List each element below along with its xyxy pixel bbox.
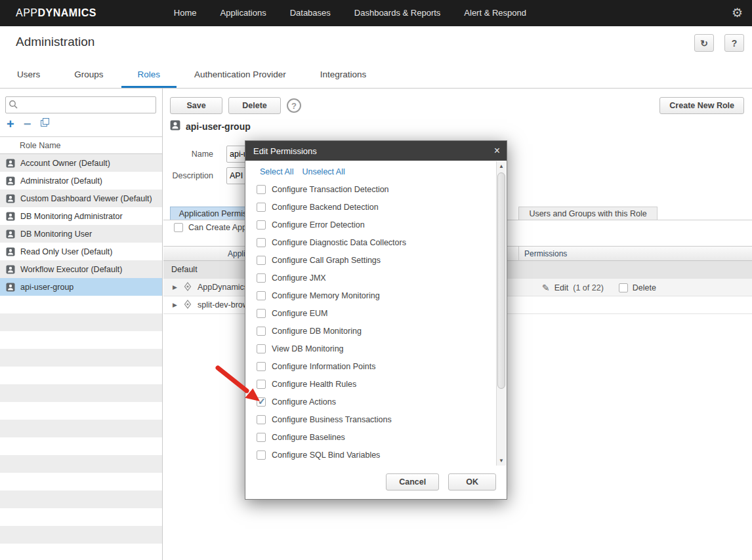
scrollbar-thumb[interactable] bbox=[497, 172, 505, 389]
delete-button[interactable]: Delete bbox=[228, 97, 281, 114]
role-badge-icon bbox=[6, 176, 15, 186]
permission-row: Configure Call Graph Settings bbox=[257, 251, 490, 269]
permission-checkbox[interactable] bbox=[257, 291, 266, 300]
permission-checkbox[interactable] bbox=[257, 309, 266, 318]
create-new-role-button[interactable]: Create New Role bbox=[659, 97, 744, 114]
nav-item-databases[interactable]: Databases bbox=[278, 0, 343, 26]
permission-checkbox[interactable] bbox=[257, 256, 266, 265]
role-badge-icon bbox=[6, 230, 15, 239]
can-create-checkbox[interactable] bbox=[174, 223, 183, 232]
permission-label: Configure JMX bbox=[272, 273, 326, 283]
scroll-down-icon[interactable]: ▼ bbox=[497, 456, 506, 466]
save-button[interactable]: Save bbox=[170, 97, 222, 114]
list-item[interactable]: DB Monitoring User bbox=[0, 225, 162, 243]
roles-sidebar: + − Role Name Account Owner (Default) Ad… bbox=[0, 89, 163, 560]
duplicate-role-icon[interactable] bbox=[40, 117, 50, 130]
list-item[interactable]: Custom Dashboard Viewer (Default) bbox=[0, 190, 162, 207]
scrollbar[interactable]: ▲ ▼ bbox=[496, 161, 506, 466]
permission-checkbox[interactable] bbox=[257, 327, 266, 336]
permission-label: Configure Health Rules bbox=[272, 380, 356, 389]
role-badge-icon bbox=[6, 212, 15, 221]
search-input[interactable] bbox=[5, 96, 156, 113]
nav-item-home[interactable]: Home bbox=[162, 0, 209, 26]
context-help-icon[interactable]: ? bbox=[287, 98, 301, 113]
list-item[interactable]: Workflow Executor (Default) bbox=[0, 260, 162, 278]
tab-authentication-provider[interactable]: Authentication Provider bbox=[178, 63, 303, 88]
help-button[interactable]: ? bbox=[724, 34, 744, 52]
dialog-footer: Cancel OK bbox=[245, 465, 496, 499]
tab-roles[interactable]: Roles bbox=[121, 63, 177, 88]
cancel-button[interactable]: Cancel bbox=[386, 473, 439, 490]
permission-label: Configure Call Graph Settings bbox=[272, 256, 381, 265]
close-icon[interactable]: × bbox=[494, 146, 500, 156]
permission-label: Configure Information Points bbox=[272, 362, 375, 371]
permission-row: Configure Backend Detection bbox=[257, 198, 490, 216]
tab-users-groups-with-role[interactable]: Users and Groups with this Role bbox=[518, 207, 658, 220]
permission-checkbox[interactable] bbox=[257, 238, 266, 247]
permission-label: Configure Business Transactions bbox=[272, 415, 392, 424]
permission-checkbox[interactable] bbox=[257, 433, 266, 442]
permission-label: Configure SQL Bind Variables bbox=[272, 450, 380, 460]
list-item-selected[interactable]: api-user-group bbox=[0, 278, 162, 296]
pencil-icon[interactable]: ✎ bbox=[542, 283, 550, 293]
search-icon bbox=[9, 100, 18, 110]
permission-checkbox[interactable] bbox=[257, 380, 266, 389]
permission-checkbox[interactable] bbox=[257, 220, 266, 230]
tab-groups[interactable]: Groups bbox=[58, 63, 119, 88]
nav-item-alert-respond[interactable]: Alert & Respond bbox=[452, 0, 538, 26]
permission-checkbox[interactable] bbox=[257, 450, 266, 460]
role-list-column-header: Role Name bbox=[0, 136, 162, 154]
permission-checkbox[interactable] bbox=[257, 397, 266, 407]
expand-icon[interactable]: ▶ bbox=[173, 284, 179, 290]
edit-count: (1 of 22) bbox=[573, 283, 604, 292]
dialog-header[interactable]: Edit Permissions × bbox=[245, 141, 507, 161]
expand-icon[interactable]: ▶ bbox=[173, 302, 179, 308]
permission-row: Configure Error Detection bbox=[257, 216, 490, 233]
list-item[interactable]: Account Owner (Default) bbox=[0, 154, 162, 172]
refresh-button[interactable]: ↻ bbox=[694, 34, 714, 52]
nav-item-applications[interactable]: Applications bbox=[209, 0, 278, 26]
permission-label: View DB Monitoring bbox=[272, 344, 344, 353]
permission-row: Configure Transaction Detection bbox=[257, 180, 490, 198]
list-item[interactable]: Administrator (Default) bbox=[0, 172, 162, 190]
ok-button[interactable]: OK bbox=[448, 473, 496, 490]
permission-checkbox[interactable] bbox=[257, 203, 266, 212]
tab-users[interactable]: Users bbox=[1, 63, 56, 88]
delete-permission-checkbox[interactable] bbox=[619, 283, 628, 292]
tab-integrations[interactable]: Integrations bbox=[304, 63, 383, 88]
scroll-up-icon[interactable]: ▲ bbox=[497, 161, 506, 171]
permission-checkbox[interactable] bbox=[257, 415, 266, 424]
role-list-tools: + − bbox=[7, 117, 50, 130]
role-badge-icon bbox=[6, 247, 15, 256]
delete-permission-label: Delete bbox=[633, 283, 656, 292]
application-icon bbox=[183, 282, 192, 293]
permission-label: Configure Diagnostic Data Collectors bbox=[272, 238, 406, 247]
role-name: Read Only User (Default) bbox=[20, 247, 112, 256]
select-all-link[interactable]: Select All bbox=[260, 167, 293, 176]
column-header-permissions: Permissions bbox=[518, 247, 567, 261]
app-logo: APPDYNAMICS bbox=[16, 7, 96, 19]
role-badge-icon bbox=[6, 194, 15, 203]
permission-checkbox[interactable] bbox=[257, 273, 266, 283]
dialog-title: Edit Permissions bbox=[253, 146, 494, 156]
role-list: Account Owner (Default) Administrator (D… bbox=[0, 154, 162, 296]
refresh-icon: ↻ bbox=[700, 38, 708, 49]
edit-link[interactable]: Edit bbox=[554, 283, 569, 292]
permission-label: Configure Actions bbox=[272, 397, 336, 407]
permission-checkbox[interactable] bbox=[257, 344, 266, 353]
application-name: AppDynamics bbox=[198, 283, 248, 292]
unselect-all-link[interactable]: Unselect All bbox=[302, 167, 345, 176]
gear-icon[interactable]: ⚙ bbox=[732, 0, 743, 26]
top-nav: APPDYNAMICS Home Applications Databases … bbox=[0, 0, 752, 26]
permission-row: Configure Memory Monitoring bbox=[257, 287, 490, 304]
list-item[interactable]: Read Only User (Default) bbox=[0, 243, 162, 260]
list-item[interactable]: DB Monitoring Administrator bbox=[0, 207, 162, 225]
nav-item-dashboards-reports[interactable]: Dashboards & Reports bbox=[343, 0, 453, 26]
permission-label: Configure DB Monitoring bbox=[272, 327, 362, 336]
empty-row-stripes bbox=[0, 296, 162, 560]
permission-checkbox[interactable] bbox=[257, 185, 266, 194]
page-title: Administration bbox=[16, 35, 94, 49]
add-role-icon[interactable]: + bbox=[7, 119, 14, 129]
permission-checkbox[interactable] bbox=[257, 362, 266, 371]
remove-role-icon[interactable]: − bbox=[24, 119, 31, 129]
